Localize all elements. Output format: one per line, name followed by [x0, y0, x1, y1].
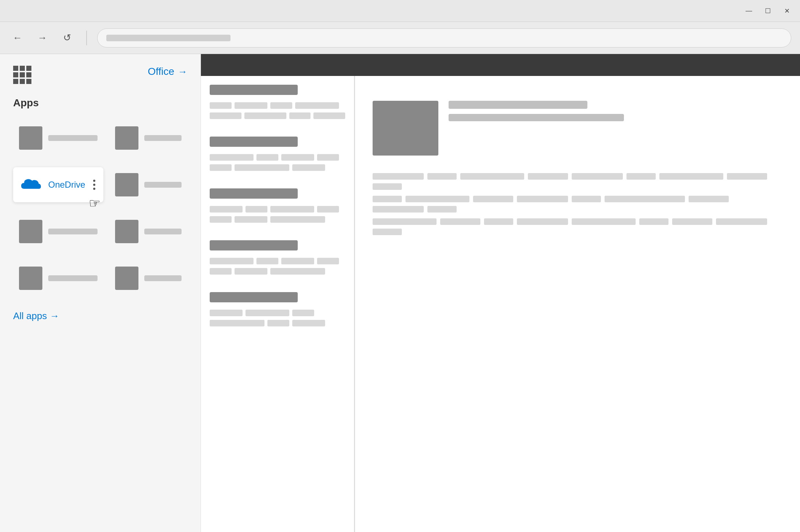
body-row-3: [373, 218, 782, 235]
toolbar-separator: [86, 31, 87, 45]
skeleton-lines-2: [210, 154, 345, 171]
onedrive-more-button[interactable]: [91, 177, 98, 192]
app-item-8[interactable]: [109, 261, 187, 296]
address-text: [106, 35, 231, 41]
app-name-1: [48, 135, 98, 141]
skeleton-group-4: [210, 240, 345, 275]
all-apps-link[interactable]: All apps →: [13, 310, 187, 322]
all-apps-label: All apps: [13, 310, 47, 322]
app-item-2[interactable]: [109, 120, 187, 156]
skeleton-group-1: [210, 85, 345, 119]
skeleton-header-2: [210, 137, 298, 147]
cursor-hand-icon: ☞: [89, 196, 100, 211]
app-name-7: [48, 275, 98, 281]
skeleton-lines-3: [210, 206, 345, 223]
article-title-block: [449, 101, 624, 121]
office-link[interactable]: Office →: [148, 66, 187, 77]
app-item-5[interactable]: [13, 214, 103, 249]
article-panel: [355, 76, 800, 532]
app-icon-1: [19, 126, 42, 150]
app-name-8: [144, 275, 182, 281]
grid-icon[interactable]: [13, 66, 31, 84]
skeleton-row: [210, 112, 345, 119]
app-grid: OneDrive ☞: [13, 120, 187, 296]
browser-toolbar: ← → ↺: [0, 22, 800, 54]
skeleton-header-1: [210, 85, 298, 95]
app-item-onedrive[interactable]: OneDrive ☞: [13, 167, 103, 202]
close-button[interactable]: ✕: [781, 7, 793, 15]
all-apps-arrow-icon: →: [50, 310, 60, 322]
main-container: Office → Apps OneDrive: [0, 54, 800, 532]
skeleton-row: [210, 154, 345, 161]
skeleton-group-3: [210, 188, 345, 223]
office-label: Office: [148, 66, 174, 77]
app-name-2: [144, 135, 182, 141]
window-chrome: — ☐ ✕: [0, 0, 800, 22]
app-icon-8: [115, 267, 138, 290]
app-name-5: [48, 229, 98, 234]
skeleton-row: [210, 310, 345, 316]
minimize-button[interactable]: —: [743, 7, 755, 15]
office-arrow-icon: →: [178, 66, 187, 77]
app-icon-4: [115, 173, 138, 196]
skeleton-row: [210, 320, 345, 326]
article-header-row: [373, 101, 782, 156]
app-item-6[interactable]: [109, 214, 187, 249]
skeleton-row: [210, 216, 345, 223]
skeleton-lines-1: [210, 102, 345, 119]
app-item-4[interactable]: [109, 167, 187, 202]
back-button[interactable]: ←: [9, 29, 26, 47]
article-header-image: [373, 101, 438, 156]
app-icon-5: [19, 220, 42, 243]
apps-heading: Apps: [13, 97, 187, 109]
refresh-button[interactable]: ↺: [58, 29, 76, 47]
article-body-lines: [373, 173, 782, 235]
maximize-button[interactable]: ☐: [762, 7, 774, 15]
content-panel: [201, 76, 354, 532]
app-item-1[interactable]: [13, 120, 103, 156]
app-name-4: [144, 182, 182, 188]
apps-sidebar: Office → Apps OneDrive: [0, 54, 201, 532]
skeleton-row: [210, 206, 345, 213]
forward-button[interactable]: →: [34, 29, 51, 47]
skeleton-header-5: [210, 292, 298, 302]
skeleton-header-3: [210, 188, 298, 199]
dark-header-bar: [201, 54, 800, 76]
app-item-7[interactable]: [13, 261, 103, 296]
panels-wrapper: [201, 54, 800, 532]
skeleton-lines-5: [210, 310, 345, 326]
app-icon-2: [115, 126, 138, 150]
skeleton-row: [210, 102, 345, 109]
article-title-line-2: [449, 114, 624, 121]
app-name-6: [144, 229, 182, 234]
app-icon-7: [19, 267, 42, 290]
address-bar[interactable]: [97, 28, 791, 47]
sidebar-header: Office →: [13, 66, 187, 84]
skeleton-lines-4: [210, 258, 345, 275]
article-title-line-1: [449, 101, 587, 109]
onedrive-label: OneDrive: [48, 180, 85, 190]
skeleton-row: [210, 258, 345, 264]
skeleton-header-4: [210, 240, 298, 250]
onedrive-icon: [19, 173, 42, 196]
skeleton-group-2: [210, 137, 345, 171]
window-controls: — ☐ ✕: [743, 7, 793, 15]
app-icon-6: [115, 220, 138, 243]
body-row-2: [373, 196, 782, 213]
skeleton-group-5: [210, 292, 345, 326]
body-row-1: [373, 173, 782, 190]
skeleton-row: [210, 164, 345, 171]
skeleton-row: [210, 268, 345, 275]
